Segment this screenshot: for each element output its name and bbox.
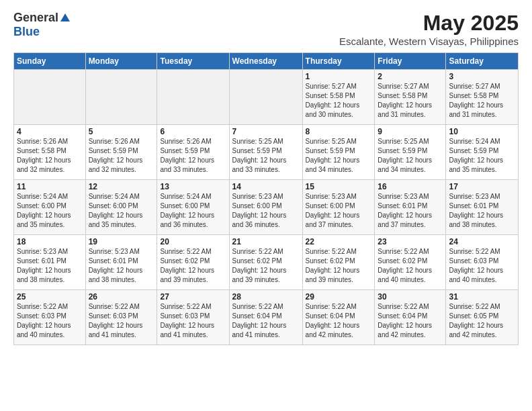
calendar-cell: 19Sunrise: 5:23 AM Sunset: 6:01 PM Dayli… xyxy=(85,235,157,290)
calendar-cell: 15Sunrise: 5:23 AM Sunset: 6:00 PM Dayli… xyxy=(302,180,375,235)
calendar-cell: 6Sunrise: 5:26 AM Sunset: 5:59 PM Daylig… xyxy=(157,125,229,180)
calendar-cell: 30Sunrise: 5:22 AM Sunset: 6:04 PM Dayli… xyxy=(375,290,446,345)
col-friday: Friday xyxy=(375,53,446,70)
day-info: Sunrise: 5:22 AM Sunset: 6:02 PM Dayligh… xyxy=(160,247,226,285)
day-number: 11 xyxy=(17,182,83,191)
calendar-cell: 26Sunrise: 5:22 AM Sunset: 6:03 PM Dayli… xyxy=(85,290,157,345)
calendar-table: Sunday Monday Tuesday Wednesday Thursday… xyxy=(13,52,519,345)
calendar-week-2: 4Sunrise: 5:26 AM Sunset: 5:58 PM Daylig… xyxy=(14,125,519,180)
day-info: Sunrise: 5:23 AM Sunset: 6:01 PM Dayligh… xyxy=(449,192,515,230)
title-block: May 2025 Escalante, Western Visayas, Phi… xyxy=(339,11,519,47)
page: General Blue May 2025 Escalante, Western… xyxy=(0,0,532,352)
day-info: Sunrise: 5:25 AM Sunset: 5:59 PM Dayligh… xyxy=(378,137,443,175)
logo-general-line: General xyxy=(13,11,71,25)
day-info: Sunrise: 5:23 AM Sunset: 6:01 PM Dayligh… xyxy=(89,247,154,285)
calendar-cell: 5Sunrise: 5:26 AM Sunset: 5:59 PM Daylig… xyxy=(85,125,157,180)
calendar-cell: 10Sunrise: 5:24 AM Sunset: 5:59 PM Dayli… xyxy=(446,125,519,180)
day-number: 1 xyxy=(306,72,372,81)
day-number: 2 xyxy=(378,72,443,81)
logo-blue-line: Blue xyxy=(13,25,40,39)
col-sunday: Sunday xyxy=(14,53,86,70)
header: General Blue May 2025 Escalante, Western… xyxy=(13,11,519,47)
day-number: 9 xyxy=(378,127,443,136)
col-monday: Monday xyxy=(85,53,157,70)
calendar-cell: 11Sunrise: 5:24 AM Sunset: 6:00 PM Dayli… xyxy=(14,180,86,235)
day-info: Sunrise: 5:22 AM Sunset: 6:03 PM Dayligh… xyxy=(160,302,226,340)
calendar-cell: 31Sunrise: 5:22 AM Sunset: 6:05 PM Dayli… xyxy=(446,290,519,345)
day-info: Sunrise: 5:26 AM Sunset: 5:58 PM Dayligh… xyxy=(17,137,83,175)
calendar-cell: 9Sunrise: 5:25 AM Sunset: 5:59 PM Daylig… xyxy=(375,125,446,180)
day-number: 15 xyxy=(306,182,372,191)
calendar-cell: 3Sunrise: 5:27 AM Sunset: 5:58 PM Daylig… xyxy=(446,70,519,125)
day-number: 21 xyxy=(232,237,300,246)
calendar-cell: 12Sunrise: 5:24 AM Sunset: 6:00 PM Dayli… xyxy=(85,180,157,235)
calendar-week-4: 18Sunrise: 5:23 AM Sunset: 6:01 PM Dayli… xyxy=(14,235,519,290)
day-info: Sunrise: 5:22 AM Sunset: 6:04 PM Dayligh… xyxy=(232,302,300,340)
day-number: 12 xyxy=(89,182,154,191)
day-number: 6 xyxy=(160,127,226,136)
calendar-cell: 21Sunrise: 5:22 AM Sunset: 6:02 PM Dayli… xyxy=(229,235,302,290)
day-info: Sunrise: 5:22 AM Sunset: 6:02 PM Dayligh… xyxy=(306,247,372,285)
logo: General Blue xyxy=(13,11,71,39)
calendar-cell: 24Sunrise: 5:22 AM Sunset: 6:03 PM Dayli… xyxy=(446,235,519,290)
day-info: Sunrise: 5:23 AM Sunset: 6:01 PM Dayligh… xyxy=(378,192,443,230)
day-info: Sunrise: 5:25 AM Sunset: 5:59 PM Dayligh… xyxy=(306,137,372,175)
day-info: Sunrise: 5:24 AM Sunset: 6:00 PM Dayligh… xyxy=(89,192,154,230)
day-number: 10 xyxy=(449,127,515,136)
calendar-cell: 25Sunrise: 5:22 AM Sunset: 6:03 PM Dayli… xyxy=(14,290,86,345)
day-number: 16 xyxy=(378,182,443,191)
calendar-cell: 28Sunrise: 5:22 AM Sunset: 6:04 PM Dayli… xyxy=(229,290,302,345)
day-number: 7 xyxy=(232,127,300,136)
day-info: Sunrise: 5:22 AM Sunset: 6:03 PM Dayligh… xyxy=(89,302,154,340)
day-number: 24 xyxy=(449,237,515,246)
calendar-subtitle: Escalante, Western Visayas, Philippines xyxy=(339,36,519,47)
calendar-cell: 20Sunrise: 5:22 AM Sunset: 6:02 PM Dayli… xyxy=(157,235,229,290)
calendar-cell: 13Sunrise: 5:24 AM Sunset: 6:00 PM Dayli… xyxy=(157,180,229,235)
calendar-cell: 7Sunrise: 5:25 AM Sunset: 5:59 PM Daylig… xyxy=(229,125,302,180)
calendar-cell: 1Sunrise: 5:27 AM Sunset: 5:58 PM Daylig… xyxy=(302,70,375,125)
calendar-cell xyxy=(85,70,157,125)
day-number: 27 xyxy=(160,292,226,302)
col-thursday: Thursday xyxy=(302,53,375,70)
day-number: 20 xyxy=(160,237,226,246)
calendar-cell xyxy=(157,70,229,125)
day-number: 29 xyxy=(306,292,372,302)
day-info: Sunrise: 5:24 AM Sunset: 6:00 PM Dayligh… xyxy=(17,192,83,230)
calendar-cell: 14Sunrise: 5:23 AM Sunset: 6:00 PM Dayli… xyxy=(229,180,302,235)
calendar-cell: 17Sunrise: 5:23 AM Sunset: 6:01 PM Dayli… xyxy=(446,180,519,235)
calendar-cell: 2Sunrise: 5:27 AM Sunset: 5:58 PM Daylig… xyxy=(375,70,446,125)
day-info: Sunrise: 5:27 AM Sunset: 5:58 PM Dayligh… xyxy=(449,82,515,120)
day-number: 23 xyxy=(378,237,443,246)
calendar-cell: 18Sunrise: 5:23 AM Sunset: 6:01 PM Dayli… xyxy=(14,235,86,290)
calendar-cell xyxy=(229,70,302,125)
col-saturday: Saturday xyxy=(446,53,519,70)
day-info: Sunrise: 5:27 AM Sunset: 5:58 PM Dayligh… xyxy=(306,82,372,120)
logo-icon xyxy=(59,12,71,24)
calendar-cell: 4Sunrise: 5:26 AM Sunset: 5:58 PM Daylig… xyxy=(14,125,86,180)
day-number: 5 xyxy=(89,127,154,136)
day-number: 30 xyxy=(378,292,443,302)
day-info: Sunrise: 5:26 AM Sunset: 5:59 PM Dayligh… xyxy=(89,137,154,175)
day-info: Sunrise: 5:27 AM Sunset: 5:58 PM Dayligh… xyxy=(378,82,443,120)
calendar-cell xyxy=(14,70,86,125)
day-info: Sunrise: 5:26 AM Sunset: 5:59 PM Dayligh… xyxy=(160,137,226,175)
calendar-cell: 16Sunrise: 5:23 AM Sunset: 6:01 PM Dayli… xyxy=(375,180,446,235)
calendar-cell: 8Sunrise: 5:25 AM Sunset: 5:59 PM Daylig… xyxy=(302,125,375,180)
day-number: 14 xyxy=(232,182,300,191)
day-info: Sunrise: 5:25 AM Sunset: 5:59 PM Dayligh… xyxy=(232,137,300,175)
calendar-week-5: 25Sunrise: 5:22 AM Sunset: 6:03 PM Dayli… xyxy=(14,290,519,345)
day-number: 17 xyxy=(449,182,515,191)
day-info: Sunrise: 5:23 AM Sunset: 6:00 PM Dayligh… xyxy=(232,192,300,230)
day-number: 22 xyxy=(306,237,372,246)
calendar-cell: 29Sunrise: 5:22 AM Sunset: 6:04 PM Dayli… xyxy=(302,290,375,345)
day-number: 25 xyxy=(17,292,83,302)
calendar-week-1: 1Sunrise: 5:27 AM Sunset: 5:58 PM Daylig… xyxy=(14,70,519,125)
day-info: Sunrise: 5:22 AM Sunset: 6:04 PM Dayligh… xyxy=(306,302,372,340)
day-number: 19 xyxy=(89,237,154,246)
day-info: Sunrise: 5:22 AM Sunset: 6:02 PM Dayligh… xyxy=(232,247,300,285)
calendar-week-3: 11Sunrise: 5:24 AM Sunset: 6:00 PM Dayli… xyxy=(14,180,519,235)
day-number: 8 xyxy=(306,127,372,136)
calendar-cell: 22Sunrise: 5:22 AM Sunset: 6:02 PM Dayli… xyxy=(302,235,375,290)
day-info: Sunrise: 5:22 AM Sunset: 6:05 PM Dayligh… xyxy=(449,302,515,340)
day-info: Sunrise: 5:23 AM Sunset: 6:00 PM Dayligh… xyxy=(306,192,372,230)
